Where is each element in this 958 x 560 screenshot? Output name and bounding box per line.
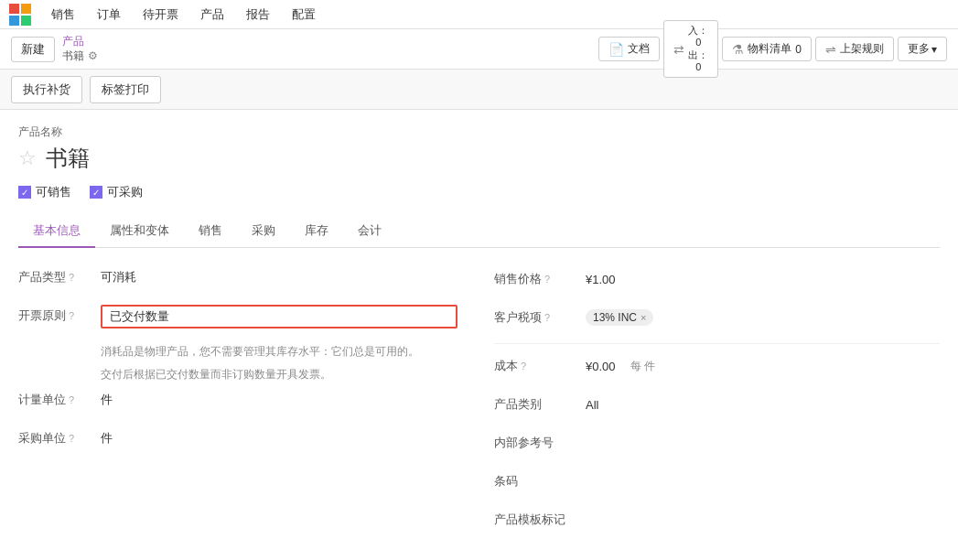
menu-sales[interactable]: 销售 <box>40 0 86 29</box>
out-count: 0 <box>688 61 708 73</box>
barcode-row: 条码 <box>494 468 940 494</box>
menu-orders[interactable]: 订单 <box>86 0 132 29</box>
breadcrumb-current-label: 书籍 <box>62 49 84 64</box>
sell-price-question[interactable]: ? <box>544 274 550 285</box>
template-label-label: 产品模板标记 <box>494 512 586 528</box>
tax-tag-label: 13% INC <box>593 311 637 324</box>
purchase-value[interactable]: 件 <box>101 427 457 447</box>
svg-rect-2 <box>9 16 19 26</box>
tab-inventory[interactable]: 库存 <box>290 215 343 248</box>
breadcrumb-current: 书籍 ⚙ <box>62 49 98 64</box>
inout-icon: ⇄ <box>673 42 684 57</box>
internal-ref-row: 内部参考号 <box>494 430 940 456</box>
can-buy-checkbox-item[interactable]: ✓ 可采购 <box>90 184 143 200</box>
sell-price-row: 销售价格 ? ¥1.00 <box>494 266 940 292</box>
tax-tag-close[interactable]: × <box>640 312 646 323</box>
print-label-button[interactable]: 标签打印 <box>90 76 161 103</box>
product-type-question[interactable]: ? <box>69 272 74 283</box>
menu-invoice[interactable]: 待开票 <box>132 0 189 29</box>
in-count: 0 <box>688 37 708 48</box>
purchase-unit-row: 采购单位 ? 件 <box>18 427 457 453</box>
exec-restock-button[interactable]: 执行补货 <box>11 76 82 103</box>
tab-attributes[interactable]: 属性和变体 <box>95 215 184 248</box>
sell-price-label: 销售价格 ? <box>494 271 586 287</box>
cost-question[interactable]: ? <box>521 361 526 372</box>
can-sell-checkbox-item[interactable]: ✓ 可销售 <box>18 184 71 200</box>
doc-button[interactable]: 📄 文档 <box>598 37 660 61</box>
doc-icon: 📄 <box>608 42 624 57</box>
more-label: 更多 <box>908 41 930 57</box>
rule-icon: ⇌ <box>825 42 836 57</box>
purchase-label: 采购单位 ? <box>18 427 101 447</box>
more-button[interactable]: 更多 ▾ <box>898 37 947 61</box>
tabs-row: 基本信息 属性和变体 销售 采购 库存 会计 <box>18 215 940 248</box>
gear-icon[interactable]: ⚙ <box>88 49 98 64</box>
check-mark-sell: ✓ <box>21 188 28 198</box>
tab-basic-info[interactable]: 基本信息 <box>18 215 95 248</box>
divider <box>494 343 940 344</box>
product-type-value[interactable]: 可消耗 <box>101 266 457 285</box>
template-label-row: 产品模板标记 <box>494 507 940 533</box>
invoice-question[interactable]: ? <box>69 310 74 321</box>
main-content: 产品名称 ☆ 书籍 ✓ 可销售 ✓ 可采购 基本信息 属性和变体 销售 采购 库… <box>0 110 958 560</box>
out-label: 出： <box>688 49 708 61</box>
breadcrumb-parent[interactable]: 产品 <box>62 35 98 49</box>
breadcrumb-product: 产品 书籍 ⚙ <box>62 35 98 63</box>
customer-tax-row: 客户税项 ? 13% INC × <box>494 305 940 330</box>
rule-button[interactable]: ⇌ 上架规则 <box>815 37 894 61</box>
tab-purchase[interactable]: 采购 <box>237 215 290 248</box>
internal-ref-label: 内部参考号 <box>494 435 586 451</box>
measure-row: 计量单位 ? 件 <box>18 389 457 415</box>
menu-config[interactable]: 配置 <box>281 0 327 29</box>
more-arrow-icon: ▾ <box>931 43 937 56</box>
tab-accounting[interactable]: 会计 <box>343 215 396 248</box>
material-icon: ⚗ <box>732 42 744 57</box>
inout-button[interactable]: ⇄ 入：0 出：0 <box>663 20 718 78</box>
material-button[interactable]: ⚗ 物料清单 0 <box>722 37 812 61</box>
category-value[interactable]: All <box>586 398 598 412</box>
rule-label: 上架规则 <box>840 41 884 57</box>
check-mark-buy: ✓ <box>92 188 100 198</box>
measure-question[interactable]: ? <box>69 394 74 405</box>
menu-reports[interactable]: 报告 <box>235 0 281 29</box>
favorite-icon[interactable]: ☆ <box>18 146 37 170</box>
per-unit-label: 每 件 <box>630 359 655 374</box>
app-logo <box>7 2 33 27</box>
cost-value-row: ¥0.00 每 件 <box>586 359 655 374</box>
cost-label: 成本 ? <box>494 358 586 374</box>
info-line-1: 消耗品是物理产品，您不需要管理其库存水平：它们总是可用的。 <box>101 343 457 361</box>
product-type-row: 产品类型 ? 可消耗 <box>18 266 457 292</box>
tax-label: 客户税项 ? <box>494 309 586 326</box>
product-name-row: ☆ 书籍 <box>18 144 940 173</box>
tab-sales[interactable]: 销售 <box>184 215 237 248</box>
can-buy-label: 可采购 <box>107 184 143 200</box>
breadcrumb-bar: 新建 产品 书籍 ⚙ 📄 文档 ⇄ 入：0 出：0 ⚗ 物料清单 0 ⇌ <box>0 29 958 70</box>
form-columns: 产品类型 ? 可消耗 开票原则 ? 已交付数量 消耗品是物理产品，您不需要管理其… <box>18 266 940 545</box>
product-title: 书籍 <box>46 144 90 173</box>
inout-counts: 入：0 出：0 <box>688 25 708 73</box>
svg-rect-3 <box>21 16 31 26</box>
category-row: 产品类别 All <box>494 392 940 417</box>
product-type-label: 产品类型 ? <box>18 266 101 285</box>
info-line-2: 交付后根据已交付数量而非订购数量开具发票。 <box>101 366 457 383</box>
new-button[interactable]: 新建 <box>11 37 55 62</box>
can-sell-checkbox[interactable]: ✓ <box>18 186 31 199</box>
svg-rect-1 <box>21 4 31 14</box>
svg-rect-0 <box>9 4 19 14</box>
in-label: 入： <box>688 25 708 37</box>
cost-value[interactable]: ¥0.00 <box>586 360 616 373</box>
measure-value[interactable]: 件 <box>101 389 457 408</box>
invoice-value[interactable]: 已交付数量 <box>101 305 457 328</box>
product-name-label: 产品名称 <box>18 124 940 140</box>
measure-label: 计量单位 ? <box>18 389 101 408</box>
barcode-label: 条码 <box>494 473 586 490</box>
can-buy-checkbox[interactable]: ✓ <box>90 186 102 199</box>
material-count: 0 <box>795 43 802 56</box>
right-form: 销售价格 ? ¥1.00 客户税项 ? 13% INC × <box>494 266 940 545</box>
purchase-question[interactable]: ? <box>69 433 74 444</box>
tax-question[interactable]: ? <box>544 312 550 323</box>
cost-row: 成本 ? ¥0.00 每 件 <box>494 353 940 379</box>
menu-products[interactable]: 产品 <box>189 0 235 29</box>
can-sell-label: 可销售 <box>36 184 71 200</box>
sell-price-value[interactable]: ¥1.00 <box>586 273 616 286</box>
